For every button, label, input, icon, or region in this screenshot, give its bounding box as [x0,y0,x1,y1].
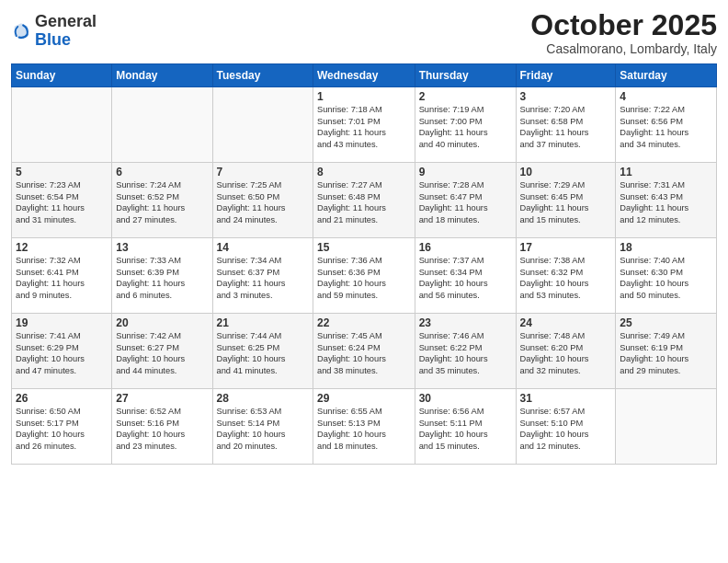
weekday-header-monday: Monday [112,64,212,87]
day-number: 11 [620,166,712,178]
day-number: 27 [116,392,208,405]
day-number: 17 [520,241,612,254]
day-info: Sunrise: 7:28 AMSunset: 6:47 PMDaylight:… [419,179,512,225]
day-info: Sunrise: 7:36 AMSunset: 6:36 PMDaylight:… [317,255,411,301]
day-info: Sunrise: 6:55 AMSunset: 5:13 PMDaylight:… [317,406,411,452]
day-number: 25 [620,316,712,329]
calendar-cell: 16Sunrise: 7:37 AMSunset: 6:34 PMDayligh… [415,238,516,314]
location: Casalmorano, Lombardy, Italy [530,41,717,56]
day-number: 14 [217,241,309,254]
day-number: 12 [16,241,108,254]
calendar-cell: 21Sunrise: 7:44 AMSunset: 6:25 PMDayligh… [212,314,313,389]
day-number: 5 [16,166,108,178]
day-info: Sunrise: 7:45 AMSunset: 6:24 PMDaylight:… [317,330,411,376]
day-number: 4 [620,90,712,103]
day-info: Sunrise: 7:41 AMSunset: 6:29 PMDaylight:… [16,330,108,376]
calendar: SundayMondayTuesdayWednesdayThursdayFrid… [11,63,717,465]
day-number: 18 [620,241,712,254]
day-info: Sunrise: 6:56 AMSunset: 5:11 PMDaylight:… [419,406,512,452]
day-number: 22 [317,316,411,329]
logo-icon [11,21,31,41]
day-number: 20 [116,316,208,329]
calendar-week-row: 26Sunrise: 6:50 AMSunset: 5:17 PMDayligh… [12,389,717,465]
calendar-cell [12,87,112,163]
calendar-cell: 3Sunrise: 7:20 AMSunset: 6:58 PMDaylight… [516,87,616,163]
calendar-cell [112,87,212,163]
day-info: Sunrise: 7:37 AMSunset: 6:34 PMDaylight:… [419,255,512,301]
weekday-header-sunday: Sunday [12,64,112,87]
day-info: Sunrise: 7:38 AMSunset: 6:32 PMDaylight:… [520,255,612,301]
day-info: Sunrise: 7:23 AMSunset: 6:54 PMDaylight:… [16,179,108,225]
day-number: 3 [520,90,612,103]
day-info: Sunrise: 7:29 AMSunset: 6:45 PMDaylight:… [520,179,612,225]
calendar-cell: 1Sunrise: 7:18 AMSunset: 7:01 PMDaylight… [313,87,415,163]
calendar-cell: 11Sunrise: 7:31 AMSunset: 6:43 PMDayligh… [616,163,717,238]
day-info: Sunrise: 7:27 AMSunset: 6:48 PMDaylight:… [317,179,411,225]
calendar-cell: 20Sunrise: 7:42 AMSunset: 6:27 PMDayligh… [112,314,212,389]
calendar-cell: 4Sunrise: 7:22 AMSunset: 6:56 PMDaylight… [616,87,717,163]
day-number: 2 [419,90,512,103]
logo-blue: Blue [35,30,71,49]
day-info: Sunrise: 7:42 AMSunset: 6:27 PMDaylight:… [116,330,208,376]
day-number: 1 [317,90,411,103]
day-info: Sunrise: 7:40 AMSunset: 6:30 PMDaylight:… [620,255,712,301]
calendar-cell: 12Sunrise: 7:32 AMSunset: 6:41 PMDayligh… [12,238,112,314]
day-info: Sunrise: 7:49 AMSunset: 6:19 PMDaylight:… [620,330,712,376]
calendar-week-row: 5Sunrise: 7:23 AMSunset: 6:54 PMDaylight… [12,163,717,238]
calendar-cell: 26Sunrise: 6:50 AMSunset: 5:17 PMDayligh… [12,389,112,465]
day-number: 19 [16,316,108,329]
day-number: 8 [317,166,411,178]
day-info: Sunrise: 7:33 AMSunset: 6:39 PMDaylight:… [116,255,208,301]
logo-text: General Blue [35,13,97,50]
day-info: Sunrise: 7:25 AMSunset: 6:50 PMDaylight:… [217,179,309,225]
day-number: 16 [419,241,512,254]
calendar-cell: 23Sunrise: 7:46 AMSunset: 6:22 PMDayligh… [415,314,516,389]
calendar-cell: 27Sunrise: 6:52 AMSunset: 5:16 PMDayligh… [112,389,212,465]
day-info: Sunrise: 6:53 AMSunset: 5:14 PMDaylight:… [217,406,309,452]
logo: General Blue [11,13,97,50]
day-info: Sunrise: 6:52 AMSunset: 5:16 PMDaylight:… [116,406,208,452]
weekday-header-saturday: Saturday [616,64,717,87]
calendar-cell: 28Sunrise: 6:53 AMSunset: 5:14 PMDayligh… [212,389,313,465]
day-info: Sunrise: 6:50 AMSunset: 5:17 PMDaylight:… [16,406,108,452]
page-container: General Blue October 2025 Casalmorano, L… [0,0,728,474]
logo-general: General [35,12,97,30]
day-number: 21 [217,316,309,329]
calendar-cell: 24Sunrise: 7:48 AMSunset: 6:20 PMDayligh… [516,314,616,389]
day-info: Sunrise: 7:24 AMSunset: 6:52 PMDaylight:… [116,179,208,225]
calendar-cell: 5Sunrise: 7:23 AMSunset: 6:54 PMDaylight… [12,163,112,238]
calendar-cell: 19Sunrise: 7:41 AMSunset: 6:29 PMDayligh… [12,314,112,389]
day-info: Sunrise: 6:57 AMSunset: 5:10 PMDaylight:… [520,406,612,452]
day-number: 23 [419,316,512,329]
calendar-cell [212,87,313,163]
calendar-cell: 25Sunrise: 7:49 AMSunset: 6:19 PMDayligh… [616,314,717,389]
day-info: Sunrise: 7:18 AMSunset: 7:01 PMDaylight:… [317,104,411,150]
calendar-cell: 22Sunrise: 7:45 AMSunset: 6:24 PMDayligh… [313,314,415,389]
calendar-cell: 31Sunrise: 6:57 AMSunset: 5:10 PMDayligh… [516,389,616,465]
day-number: 15 [317,241,411,254]
calendar-week-row: 12Sunrise: 7:32 AMSunset: 6:41 PMDayligh… [12,238,717,314]
title-block: October 2025 Casalmorano, Lombardy, Ital… [530,9,717,56]
calendar-cell: 2Sunrise: 7:19 AMSunset: 7:00 PMDaylight… [415,87,516,163]
calendar-week-row: 19Sunrise: 7:41 AMSunset: 6:29 PMDayligh… [12,314,717,389]
day-info: Sunrise: 7:32 AMSunset: 6:41 PMDaylight:… [16,255,108,301]
day-number: 26 [16,392,108,405]
weekday-header-friday: Friday [516,64,616,87]
day-number: 31 [520,392,612,405]
calendar-cell: 17Sunrise: 7:38 AMSunset: 6:32 PMDayligh… [516,238,616,314]
weekday-header-thursday: Thursday [415,64,516,87]
day-info: Sunrise: 7:48 AMSunset: 6:20 PMDaylight:… [520,330,612,376]
calendar-cell: 13Sunrise: 7:33 AMSunset: 6:39 PMDayligh… [112,238,212,314]
day-info: Sunrise: 7:20 AMSunset: 6:58 PMDaylight:… [520,104,612,150]
day-number: 13 [116,241,208,254]
calendar-cell: 30Sunrise: 6:56 AMSunset: 5:11 PMDayligh… [415,389,516,465]
day-info: Sunrise: 7:46 AMSunset: 6:22 PMDaylight:… [419,330,512,376]
calendar-cell: 14Sunrise: 7:34 AMSunset: 6:37 PMDayligh… [212,238,313,314]
header: General Blue October 2025 Casalmorano, L… [11,9,717,56]
month-title: October 2025 [530,9,717,41]
day-number: 24 [520,316,612,329]
day-number: 10 [520,166,612,178]
calendar-cell: 7Sunrise: 7:25 AMSunset: 6:50 PMDaylight… [212,163,313,238]
day-number: 7 [217,166,309,178]
day-number: 28 [217,392,309,405]
